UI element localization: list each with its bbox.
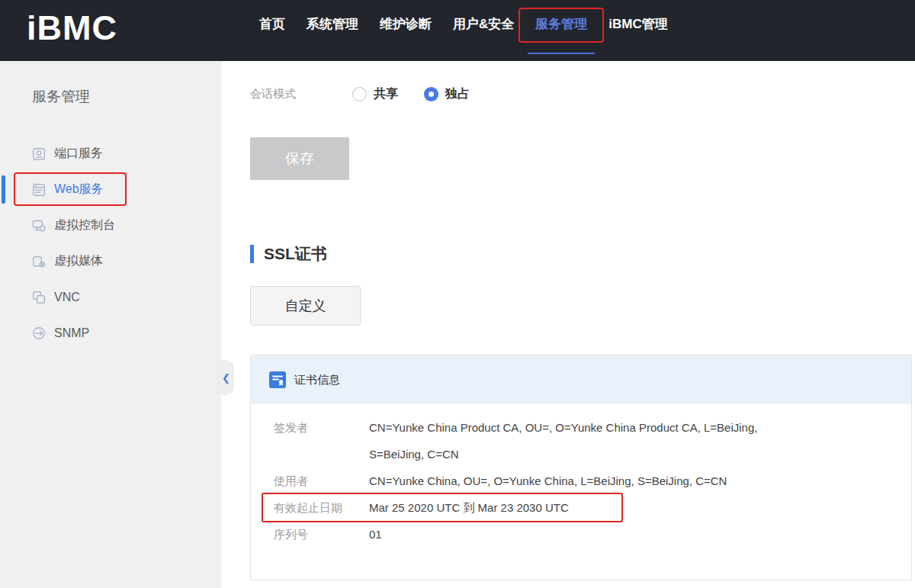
annotation-box-sidebar	[14, 172, 127, 206]
certificate-row-value: CN=Yunke China, OU=, O=Yunke China, L=Be…	[369, 468, 727, 494]
active-tab-underline	[528, 53, 595, 54]
ssl-section-title: SSL证书	[250, 244, 915, 264]
certificate-icon	[269, 371, 286, 388]
sidebar-collapse-button[interactable]: ❮	[216, 360, 234, 395]
certificate-row-label: 有效起止日期	[274, 494, 369, 521]
virtual-media-icon	[32, 255, 46, 268]
custom-certificate-button[interactable]: 自定义	[250, 286, 361, 326]
port-services-icon	[32, 147, 46, 161]
sidebar-title: 服务管理	[0, 61, 221, 107]
radio-icon[interactable]	[352, 87, 367, 101]
session-mode-radio-option[interactable]: 共享	[352, 86, 398, 102]
sidebar-item[interactable]: 端口服务	[0, 136, 221, 172]
top-nav: 首页 系统管理 维护诊断 用户&安全	[259, 0, 668, 61]
annotation-box-nav	[518, 8, 604, 43]
active-item-indicator	[2, 175, 5, 204]
nav-item[interactable]: 服务管理	[535, 0, 587, 61]
sidebar-item-label: 虚拟媒体	[54, 253, 103, 269]
certificate-row-value: 01	[369, 521, 382, 548]
vnc-icon	[32, 291, 46, 304]
sidebar: 服务管理 端口服务 Web服务	[0, 61, 221, 588]
sidebar-item-label: 端口服务	[54, 146, 103, 162]
certificate-panel-header: 证书信息	[251, 355, 911, 404]
session-mode-radio-option[interactable]: 独占	[424, 86, 470, 102]
certificate-row-value: CN=Yunke China Product CA, OU=, O=Yunke …	[369, 414, 796, 468]
sidebar-item[interactable]: Web服务	[0, 172, 221, 207]
ssl-section-heading: SSL证书	[264, 243, 327, 265]
nav-item[interactable]: 首页	[259, 0, 285, 61]
sidebar-item[interactable]: VNC	[0, 279, 221, 315]
nav-item[interactable]: 维护诊断	[380, 0, 432, 61]
chevron-left-icon: ❮	[222, 372, 230, 384]
radio-icon[interactable]	[424, 87, 438, 101]
certificate-row: 签发者 CN=Yunke China Product CA, OU=, O=Yu…	[274, 414, 888, 468]
sidebar-item-label: VNC	[54, 291, 80, 304]
ibmc-logo: iBMC	[27, 8, 117, 48]
nav-item-label: iBMC管理	[608, 17, 667, 31]
sidebar-item-label: SNMP	[54, 326, 89, 340]
snmp-icon	[32, 326, 46, 340]
certificate-row: 有效起止日期 Mar 25 2020 UTC 到 Mar 23 2030 UTC	[274, 494, 888, 521]
certificate-details: 签发者 CN=Yunke China Product CA, OU=, O=Yu…	[251, 404, 911, 548]
sidebar-item-label: 虚拟控制台	[54, 217, 115, 233]
certificate-row-label: 序列号	[274, 521, 369, 548]
radio-option-label: 共享	[374, 86, 398, 102]
nav-item[interactable]: iBMC管理	[608, 0, 667, 61]
certificate-row: 使用者 CN=Yunke China, OU=, O=Yunke China, …	[274, 468, 888, 494]
sidebar-menu: 端口服务 Web服务 虚拟控制台	[0, 136, 221, 351]
sidebar-item[interactable]: 虚拟控制台	[0, 207, 221, 243]
certificate-row-value: Mar 25 2020 UTC 到 Mar 23 2030 UTC	[369, 494, 569, 521]
top-header: iBMC 首页 系统管理 维护诊断	[0, 0, 915, 61]
nav-item-label: 系统管理	[307, 17, 358, 31]
certificate-row-label: 签发者	[274, 414, 369, 468]
save-button[interactable]: 保存	[250, 137, 349, 180]
session-mode-row: 会话模式 共享 独占	[250, 84, 915, 104]
virtual-console-icon	[32, 219, 46, 233]
session-mode-label: 会话模式	[250, 87, 352, 101]
nav-item-label: 用户&安全	[453, 17, 514, 31]
certificate-row: 序列号 01	[274, 521, 888, 548]
main-content: 会话模式 共享 独占 保存 SSL证书 自定义	[221, 61, 915, 588]
certificate-row-label: 使用者	[274, 468, 369, 494]
certificate-info-panel: 证书信息 签发者 CN=Yunke China Product CA, OU=,…	[250, 355, 912, 580]
sidebar-item[interactable]: SNMP	[0, 315, 221, 351]
session-mode-radio-group: 共享 独占	[352, 86, 470, 102]
nav-item-label: 首页	[259, 17, 285, 31]
sidebar-item[interactable]: 虚拟媒体	[0, 243, 221, 279]
certificate-panel-title: 证书信息	[294, 373, 340, 387]
page: iBMC 首页 系统管理 维护诊断	[0, 0, 915, 588]
radio-option-label: 独占	[445, 86, 470, 102]
nav-item-label: 维护诊断	[380, 17, 432, 31]
nav-item[interactable]: 用户&安全	[453, 0, 514, 61]
nav-item[interactable]: 系统管理	[307, 0, 358, 61]
section-accent-bar	[250, 245, 254, 263]
